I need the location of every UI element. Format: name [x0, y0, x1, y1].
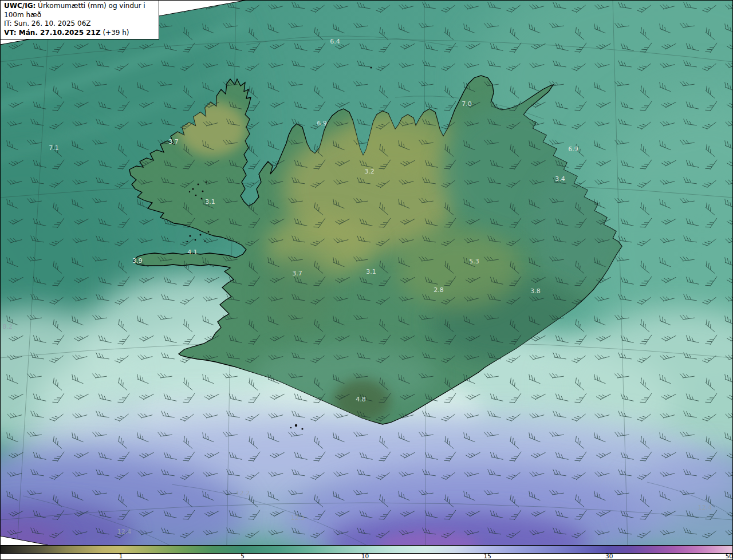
colorbar-tick-label: 10 — [361, 553, 369, 559]
legend-valid-line: VT: Mán. 27.10.2025 21Z (+39 h) — [4, 29, 155, 38]
colorbar-tick-label: 15 — [484, 553, 491, 559]
map-canvas — [0, 0, 733, 545]
colorbar-tick-label: 50 — [726, 553, 733, 559]
colorbar-tick-label: 30 — [605, 553, 613, 559]
legend-model: UWC/IG: — [4, 2, 36, 10]
legend-init-time: IT: Sun. 26. 10. 2025 06Z — [4, 19, 155, 29]
colorbar-ticks: 1510153050 — [0, 554, 733, 560]
colorbar: 1510153050 — [0, 545, 733, 560]
legend-valid-time: VT: Mán. 27.10.2025 21Z — [4, 29, 101, 37]
weather-map: 6.47.17.06.96.93.73.23.43.14.13.95.33.73… — [0, 0, 733, 560]
legend-title-line: UWC/IG: Úrkomumætti (mm) og vindur i 100… — [4, 2, 155, 19]
colorbar-tick-label: 1 — [119, 553, 123, 559]
map-graphic — [0, 0, 733, 545]
legend-box: UWC/IG: Úrkomumætti (mm) og vindur i 100… — [0, 0, 159, 40]
legend-valid-offset: (+39 h) — [101, 29, 129, 37]
wind-barbs-layer — [0, 0, 733, 545]
colorbar-tick-label: 5 — [241, 553, 245, 559]
